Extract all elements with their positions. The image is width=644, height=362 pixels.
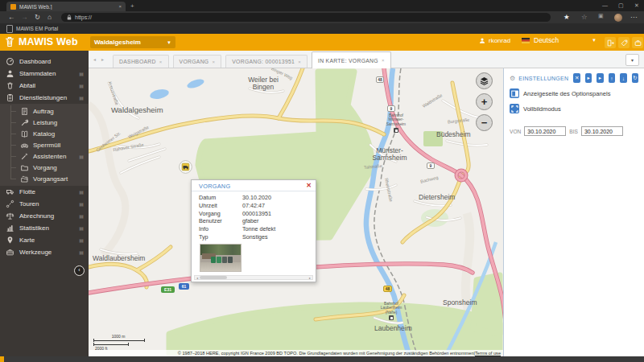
avatar[interactable] bbox=[614, 14, 622, 22]
window-maximize-button[interactable]: ▢ bbox=[618, 2, 624, 9]
sidebar-item-stammdaten[interactable]: Stammdaten ▤ bbox=[0, 68, 89, 80]
municipality-value: Waldalgesheim bbox=[94, 39, 141, 46]
sidebar-item-assistenten[interactable]: Assistenten ▤ bbox=[0, 150, 89, 162]
expander-icon[interactable]: ▤ bbox=[79, 249, 84, 255]
home-icon[interactable]: ⌂ bbox=[47, 13, 52, 21]
panel-move-down-button[interactable]: ↓ bbox=[620, 73, 626, 83]
back-icon[interactable]: ← bbox=[8, 13, 15, 21]
add-favorite-icon[interactable]: ☆ bbox=[581, 13, 588, 21]
sidebar-item-sperrmuell[interactable]: Sperrmüll bbox=[0, 139, 89, 150]
expander-icon[interactable]: ▤ bbox=[79, 201, 84, 207]
language-chevron-icon[interactable]: ▼ bbox=[592, 38, 597, 43]
tab-scroll-left-icon[interactable]: ◂ bbox=[93, 56, 96, 62]
sidebar-item-touren[interactable]: Touren ▤ bbox=[0, 198, 89, 210]
expander-icon[interactable]: ▤ bbox=[79, 213, 84, 219]
new-tab-button[interactable]: + bbox=[130, 2, 134, 10]
window-minimize-button[interactable]: — bbox=[602, 2, 608, 8]
incident-photo[interactable] bbox=[200, 244, 242, 272]
panel-refresh-button[interactable]: ↻ bbox=[632, 73, 638, 83]
refresh-icon[interactable]: ↻ bbox=[35, 13, 40, 21]
option-fullscreen[interactable]: Vollbildmodus bbox=[510, 104, 638, 113]
sidebar-item-werkzeuge[interactable]: Werkzeuge ▤ bbox=[0, 246, 89, 258]
zoom-out-button[interactable]: − bbox=[476, 114, 493, 131]
logout-button[interactable] bbox=[605, 37, 616, 48]
bookmark-label[interactable]: MAWIS EM Portal bbox=[16, 26, 58, 31]
tab-in-karte-vorgang[interactable]: IN KARTE: VORGANG× bbox=[312, 51, 391, 68]
expander-icon[interactable]: ▤ bbox=[79, 83, 84, 88]
url-text: https:// bbox=[75, 14, 92, 20]
terms-of-use-link[interactable]: Terms of use bbox=[475, 351, 501, 356]
expander-icon[interactable]: ▤ bbox=[79, 95, 84, 101]
sidebar-item-karte[interactable]: Karte ▤ bbox=[0, 234, 89, 246]
tab-vorgang[interactable]: VORGANG× bbox=[173, 55, 222, 68]
tab-close-icon[interactable]: × bbox=[382, 58, 385, 63]
expander-icon[interactable]: ▤ bbox=[79, 225, 84, 231]
sidebar-item-leistung[interactable]: Leistung bbox=[0, 117, 89, 128]
tab-close-icon[interactable]: × bbox=[159, 60, 163, 64]
folders-icon bbox=[20, 175, 29, 183]
url-bar[interactable]: https:// bbox=[61, 13, 551, 22]
dienstleistungen-submenu: Auftrag Leistung Katalog Sperrmüll Assis… bbox=[0, 104, 89, 186]
sidebar-item-vorgangsart[interactable]: Vorgangsart bbox=[0, 173, 89, 184]
sidebar-collapse-toggle[interactable]: ‹ bbox=[74, 265, 85, 276]
expander-icon[interactable]: ▤ bbox=[79, 237, 84, 243]
expander-icon[interactable]: ▤ bbox=[79, 71, 84, 76]
tab-close-icon[interactable]: × bbox=[298, 60, 301, 64]
von-date-input[interactable] bbox=[524, 126, 566, 136]
layers-button[interactable] bbox=[476, 72, 493, 89]
municipality-dropdown[interactable]: Waldalgesheim ▼ bbox=[90, 36, 175, 48]
station-icon bbox=[394, 128, 398, 133]
favorites-star-icon[interactable]: ★ bbox=[564, 13, 570, 21]
sidebar-item-katalog[interactable]: Katalog bbox=[0, 128, 89, 139]
browser-tab-strip: MAWIS Web.] × + — ▢ ✕ bbox=[0, 0, 644, 11]
tab-scroll-right-icon[interactable]: ▸ bbox=[101, 56, 104, 62]
tab-dashboard[interactable]: DASHBOARD× bbox=[113, 55, 169, 68]
panel-move-up-button[interactable]: ↑ bbox=[609, 73, 615, 83]
tab-list-dropdown[interactable]: ▾ bbox=[625, 54, 639, 66]
panel-close-button[interactable]: ✕ bbox=[573, 73, 580, 83]
bar-chart-icon bbox=[6, 224, 14, 232]
tab-close-icon[interactable]: × bbox=[118, 4, 122, 9]
browser-tab[interactable]: MAWIS Web.] × bbox=[6, 2, 126, 11]
expander-icon[interactable]: ▤ bbox=[79, 189, 84, 195]
scroll-right-icon[interactable]: ▸ bbox=[308, 276, 312, 280]
tag-button[interactable] bbox=[618, 37, 630, 48]
option-display-side[interactable]: Anzeigeseite des Optionspanels bbox=[510, 88, 638, 98]
sidebar-item-flotte[interactable]: Flotte ▤ bbox=[0, 186, 89, 198]
sidebar-item-auftrag[interactable]: Auftrag bbox=[0, 105, 89, 117]
user-menu[interactable]: rkonrad bbox=[479, 37, 510, 44]
vorgang-map-marker[interactable] bbox=[179, 160, 192, 174]
popup-horizontal-scrollbar[interactable]: ◂ ▸ bbox=[194, 275, 313, 280]
bottom-edge-accent bbox=[0, 356, 4, 362]
user-icon bbox=[479, 37, 485, 44]
sidebar-item-abrechnung[interactable]: Abrechnung ▤ bbox=[0, 210, 89, 222]
language-dropdown[interactable]: Deutsch bbox=[522, 36, 559, 44]
panel-dock-right-button[interactable]: ▸ bbox=[597, 73, 603, 83]
window-close-button[interactable]: ✕ bbox=[634, 2, 639, 9]
sidebar-item-abfall[interactable]: Abfall ▤ bbox=[0, 80, 89, 92]
sidebar-item-dienstleistungen[interactable]: Dienstleistungen ▤ bbox=[0, 92, 89, 104]
briefcase-button[interactable] bbox=[632, 37, 643, 48]
sidebar-item-dashboard[interactable]: Dashboard bbox=[0, 56, 89, 68]
username: rkonrad bbox=[489, 37, 510, 44]
map-canvas[interactable]: Weiler bei Bingen Waldalgesheim Münster-… bbox=[89, 68, 503, 356]
language-value: Deutsch bbox=[534, 36, 559, 44]
collections-icon[interactable]: ▣ bbox=[598, 13, 604, 19]
panel-dock-left-button[interactable]: ▸ bbox=[585, 73, 592, 83]
popup-close-icon[interactable]: ✕ bbox=[306, 182, 312, 189]
tab-vorgang-detail[interactable]: VORGANG: 000013951× bbox=[225, 55, 308, 68]
wand-icon bbox=[20, 152, 29, 161]
sidebar-item-vorgang[interactable]: Vorgang bbox=[0, 162, 89, 173]
zoom-in-button[interactable]: + bbox=[476, 93, 493, 110]
expander-icon[interactable]: ▤ bbox=[79, 154, 84, 159]
vorgang-popup: VORGANG ✕ Datum30.10.2020 Uhrzeit07:42:4… bbox=[191, 179, 316, 282]
forward-icon[interactable]: → bbox=[21, 13, 28, 21]
tab-close-icon[interactable]: × bbox=[212, 60, 215, 64]
sidebar-item-statistiken[interactable]: Statistiken ▤ bbox=[0, 222, 89, 234]
scrollbar-thumb[interactable] bbox=[200, 276, 227, 279]
clipboard-icon bbox=[6, 93, 14, 102]
couch-icon bbox=[20, 141, 29, 150]
bis-date-input[interactable] bbox=[581, 126, 623, 136]
browser-menu-icon[interactable]: ⋯ bbox=[630, 13, 638, 21]
flag-icon bbox=[522, 38, 530, 43]
